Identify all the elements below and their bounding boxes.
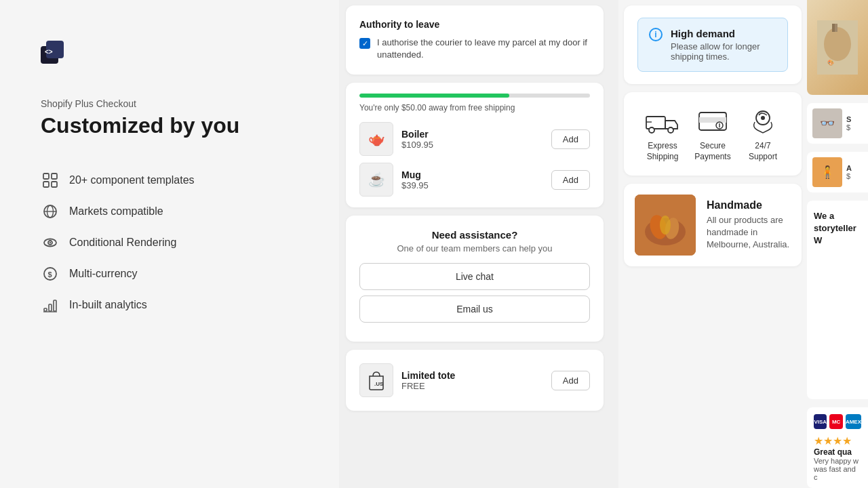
product-price-boiler: $109.95	[401, 140, 543, 150]
progress-text: You're only $50.00 away from free shippi…	[359, 103, 590, 113]
svg-point-36	[824, 27, 851, 61]
svg-rect-6	[52, 182, 57, 187]
product-name-tote: Limited tote	[401, 370, 543, 381]
svg-rect-16	[49, 304, 52, 311]
svg-point-21	[649, 127, 654, 133]
progress-card: You're only $50.00 away from free shippi…	[346, 83, 604, 207]
feature-analytics-label: In-built analytics	[69, 299, 147, 311]
features-icons-row: Express Shipping Secure Payments	[637, 106, 788, 162]
left-panel: <> Shopify Plus Checkout Customized by y…	[0, 0, 339, 488]
assistance-subtitle: One of our team members can help you	[359, 243, 590, 253]
svg-rect-17	[54, 300, 56, 311]
feature-templates-label: 20+ component templates	[69, 174, 195, 186]
product-price-tote: FREE	[401, 381, 543, 391]
svg-text:🎨: 🎨	[827, 59, 834, 66]
tote-card: .US Limited tote FREE Add	[346, 350, 604, 411]
product-img-boiler: 🫖	[359, 122, 393, 156]
chart-icon	[41, 296, 60, 314]
far-right-top-image: 🎨	[807, 0, 868, 95]
add-tote-button[interactable]: Add	[551, 371, 590, 390]
amex-icon: AMEX	[846, 414, 861, 429]
assistance-card: Need assistance? One of our team members…	[346, 216, 604, 342]
authority-checkbox-label: I authorise the courier to leave my parc…	[377, 37, 590, 61]
feature-rendering: Conditional Rendering	[41, 233, 298, 252]
mastercard-icon: MC	[829, 414, 842, 429]
live-chat-button[interactable]: Live chat	[359, 263, 590, 290]
svg-rect-25	[699, 117, 726, 123]
review-title: Great qua	[814, 447, 861, 457]
handmade-card: Handmade All our products are handmade i…	[624, 184, 802, 266]
product-info-boiler: Boiler $109.95	[401, 129, 543, 150]
handmade-description: All our products are handmade in Melbour…	[707, 214, 791, 251]
authority-checkbox[interactable]	[359, 38, 370, 49]
feature-currency: $ Multi-currency	[41, 264, 298, 283]
handmade-image	[635, 195, 696, 256]
247-support-label: 24/7 Support	[749, 141, 777, 162]
info-icon: i	[649, 28, 663, 41]
eye-icon	[41, 233, 60, 252]
right-panel: i High demand Please allow for longer sh…	[618, 0, 807, 488]
progress-bar-bg	[359, 94, 590, 98]
feature-templates: 20+ component templates	[41, 171, 298, 190]
far-right-product-1-name: S	[846, 115, 851, 123]
svg-point-29	[761, 116, 765, 120]
storytellers-section: We astorytellerW	[807, 201, 868, 399]
express-shipping-label: Express Shipping	[647, 141, 679, 162]
feature-markets: Markets compatible	[41, 202, 298, 221]
svg-rect-4	[52, 174, 57, 179]
svg-point-34	[660, 216, 671, 235]
features-icons-card: Express Shipping Secure Payments	[624, 92, 802, 176]
product-img-tote: .US	[359, 363, 393, 397]
progress-bar-fill	[359, 94, 509, 98]
high-demand-subtitle: Please allow for longer shipping times.	[671, 41, 776, 62]
review-text: Very happy wwas fast and c	[814, 457, 861, 481]
product-price-mug: $39.95	[401, 180, 543, 190]
feature-markets-label: Markets compatible	[69, 205, 163, 218]
far-right-thumb-1: 👓	[812, 108, 842, 138]
feature-currency-label: Multi-currency	[69, 268, 137, 280]
svg-rect-38	[835, 24, 837, 32]
secure-payments-label: Secure Payments	[694, 141, 730, 162]
logo-container: <>	[41, 41, 298, 74]
svg-text:.US: .US	[374, 381, 384, 387]
far-right-product-1-price: $	[846, 123, 851, 131]
authority-checkbox-row: I authorise the courier to leave my parc…	[359, 37, 590, 61]
secure-payments-icon	[695, 106, 730, 136]
shopify-logo-icon: <>	[41, 41, 81, 71]
product-info-tote: Limited tote FREE	[401, 370, 543, 391]
email-us-button[interactable]: Email us	[359, 296, 590, 323]
info-box: i High demand Please allow for longer sh…	[637, 18, 788, 72]
far-right-product-2: 🧍 A $	[807, 152, 868, 192]
storytellers-text: We astorytellerW	[814, 210, 861, 247]
far-right-panel: 🎨 👓 S $ 🧍 A $ We astorytellerW VISA MC A…	[807, 0, 868, 488]
product-row-boiler: 🫖 Boiler $109.95 Add	[359, 122, 590, 156]
high-demand-title: High demand	[671, 28, 776, 39]
review-stars: ★★★★	[814, 434, 861, 447]
feature-analytics: In-built analytics	[41, 296, 298, 314]
svg-point-22	[668, 127, 673, 133]
svg-rect-3	[43, 174, 49, 179]
product-name-mug: Mug	[401, 169, 543, 180]
svg-rect-37	[832, 24, 835, 32]
high-demand-card: i High demand Please allow for longer sh…	[624, 5, 802, 84]
main-title: Customized by you	[41, 113, 298, 138]
svg-rect-15	[44, 308, 47, 311]
bottom-right-section: VISA MC AMEX ★★★★ Great qua Very happy w…	[807, 407, 868, 488]
info-content: High demand Please allow for longer ship…	[671, 28, 776, 62]
assistance-title: Need assistance?	[359, 229, 590, 241]
svg-text:$: $	[48, 270, 52, 278]
svg-text:<>: <>	[45, 48, 53, 56]
feature-secure-payments: Secure Payments	[688, 106, 738, 162]
feature-rendering-label: Conditional Rendering	[69, 237, 176, 249]
payment-icons-row: VISA MC AMEX	[814, 414, 861, 429]
add-mug-button[interactable]: Add	[551, 170, 590, 190]
panel-separator	[610, 0, 618, 488]
add-boiler-button[interactable]: Add	[551, 129, 590, 149]
globe-icon	[41, 202, 60, 221]
far-right-thumb-2: 🧍	[812, 157, 842, 187]
product-img-mug: ☕	[359, 163, 393, 197]
product-info-mug: Mug $39.95	[401, 169, 543, 190]
svg-rect-20	[646, 117, 665, 129]
visa-icon: VISA	[814, 414, 827, 429]
far-right-product-2-price: $	[846, 172, 852, 180]
